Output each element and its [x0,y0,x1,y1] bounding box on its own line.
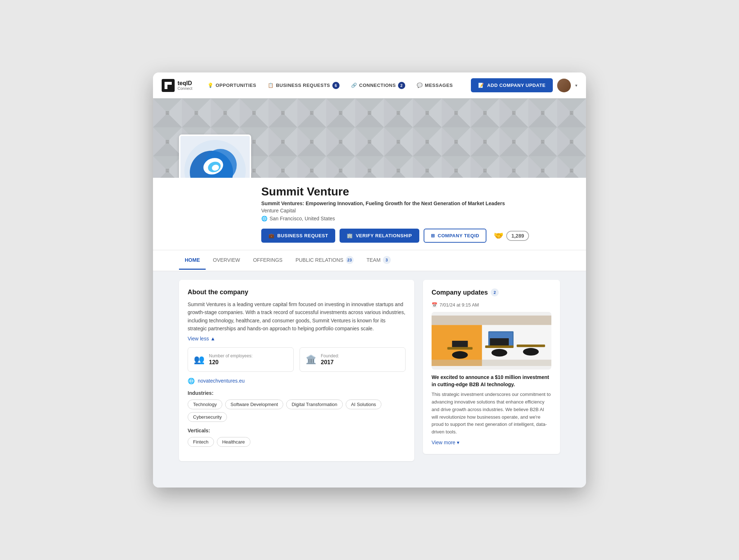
tab-public-relations[interactable]: PUBLIC RELATIONS 23 [290,250,359,271]
svg-rect-28 [452,341,468,347]
team-badge: 3 [383,256,391,264]
cover-section [153,98,586,178]
website-link[interactable]: novatechventures.eu [198,378,245,384]
tag-technology: Technology [188,400,222,409]
main-content: About the company Summit Ventures is a l… [153,271,586,488]
tab-team[interactable]: TEAM 3 [361,250,397,271]
chevron-up-icon: ▲ [210,336,215,341]
account-chevron-icon[interactable]: ▾ [575,83,577,88]
svg-point-30 [452,351,468,359]
svg-rect-25 [447,347,473,349]
verticals-label: Verticals: [188,428,406,433]
stats-row: 👥 Number of employees: 120 🏛️ Founded: 2… [188,347,406,372]
company-updates-card: Company updates 2 📅 7/01/24 at 9:15 AM [423,280,560,454]
company-description: Summit Ventures is a leading venture cap… [188,300,406,333]
chat-icon: 💬 [417,83,423,88]
right-column: Company updates 2 📅 7/01/24 at 9:15 AM [423,280,560,479]
building-icon: 🏛️ [306,354,316,365]
nav-links: 💡 OPPORTUNITIES 📋 BUSINESS REQUESTS 6 🔗 … [202,79,468,92]
industries-tags: Technology Software Development Digital … [188,400,406,422]
employees-info: Number of employees: 120 [209,353,253,366]
tag-cybersecurity: Cybersecurity [188,412,227,422]
avatar[interactable] [557,79,571,92]
nav-item-opportunities[interactable]: 💡 OPPORTUNITIES [202,80,261,91]
employees-stat: 👥 Number of employees: 120 [188,347,294,372]
svg-rect-0 [162,79,175,92]
globe-icon: 🌐 [261,216,267,221]
founded-stat: 🏛️ Founded: 2017 [299,347,406,372]
handshake-icon: 🤝 [494,231,503,241]
company-name: Summit Venture [261,185,560,198]
logo-area: teqID Connect [162,79,192,92]
chevron-down-icon: ▾ [457,440,459,445]
company-info-section: Summit Venture Summit Ventures: Empoweri… [153,178,586,250]
svg-rect-26 [485,345,514,348]
svg-rect-29 [490,338,509,345]
browser-window: teqID Connect 💡 OPPORTUNITIES 📋 BUSINESS… [153,72,586,488]
tab-home[interactable]: HOME [179,251,206,270]
svg-rect-2 [165,82,172,85]
company-type: Venture Capital [261,208,560,213]
svg-rect-20 [432,316,551,325]
updates-badge: 2 [491,288,499,296]
score-badge: 1,289 [506,231,529,241]
updates-title: Company updates [432,289,488,296]
company-logo [183,138,248,178]
update-image [432,312,551,370]
updates-header: Company updates 2 [432,288,551,296]
view-more-button[interactable]: View more ▾ [432,440,551,445]
update-body: This strategic investment underscores ou… [432,391,551,436]
company-teqid-button[interactable]: ⊞ COMPANY TEQID [424,229,487,243]
svg-point-31 [491,349,507,357]
briefcase-icon: 💼 [268,233,275,238]
nav-item-messages[interactable]: 💬 MESSAGES [412,80,458,91]
globe-small-icon: 🌐 [188,378,195,384]
logo-text-block: teqID Connect [178,80,192,91]
connections-badge: 2 [398,82,405,89]
tag-software-development: Software Development [225,400,284,409]
lightbulb-icon: 💡 [207,83,214,88]
svg-rect-33 [432,360,551,366]
about-title: About the company [188,288,406,296]
nav-right: 📝 ADD COMPANY UPDATE ▾ [471,78,577,92]
teqid-score-area: 🤝 1,289 [494,231,529,241]
company-tagline: Summit Ventures: Empowering Innovation, … [261,200,560,206]
public-relations-badge: 23 [346,256,354,264]
tag-ai-solutions: AI Solutions [346,400,381,409]
calendar-icon: 📅 [432,302,437,308]
document-icon: 📋 [268,83,274,88]
svg-rect-27 [517,344,545,347]
navbar: teqID Connect 💡 OPPORTUNITIES 📋 BUSINESS… [153,72,586,98]
verify-icon: 🏢 [347,233,353,238]
nav-item-business-requests[interactable]: 📋 BUSINESS REQUESTS 6 [263,79,345,92]
business-request-button[interactable]: 💼 BUSINESS REQUEST [261,229,335,243]
app-logo-icon [162,79,175,92]
tab-overview[interactable]: OVERVIEW [207,251,246,270]
logo-name: teqID [178,80,192,87]
tag-fintech: Fintech [188,437,214,447]
add-update-icon: 📝 [478,83,484,88]
qr-icon: ⊞ [431,233,435,238]
company-location: 🌐 San Francisco, United States [261,216,560,221]
verticals-tags: Fintech Healthcare [188,437,406,447]
update-headline: We excited to announce a $10 million inv… [432,374,551,388]
left-column: About the company Summit Ventures is a l… [179,280,414,479]
tab-offerings[interactable]: OFFERINGS [247,251,288,270]
network-icon: 🔗 [351,83,357,88]
founded-info: Founded: 2017 [321,353,339,366]
tag-healthcare: Healthcare [217,437,250,447]
verify-relationship-button[interactable]: 🏢 VERIFY RELATIONSHIP [340,229,419,243]
company-logo-box [179,135,251,178]
action-buttons: 💼 BUSINESS REQUEST 🏢 VERIFY RELATIONSHIP… [261,229,560,243]
office-image-svg [432,312,551,370]
update-date: 📅 7/01/24 at 9:15 AM [432,302,551,308]
logo-sub: Connect [178,86,192,91]
view-less-button[interactable]: View less ▲ [188,336,406,341]
tabs-bar: HOME OVERVIEW OFFERINGS PUBLIC RELATIONS… [153,250,586,271]
tag-digital-transformation: Digital Transformation [286,400,342,409]
about-card: About the company Summit Ventures is a l… [179,280,414,461]
add-company-update-button[interactable]: 📝 ADD COMPANY UPDATE [471,78,553,92]
svg-point-32 [523,348,539,356]
website-row: 🌐 novatechventures.eu [188,378,406,384]
nav-item-connections[interactable]: 🔗 CONNECTIONS 2 [346,79,410,92]
